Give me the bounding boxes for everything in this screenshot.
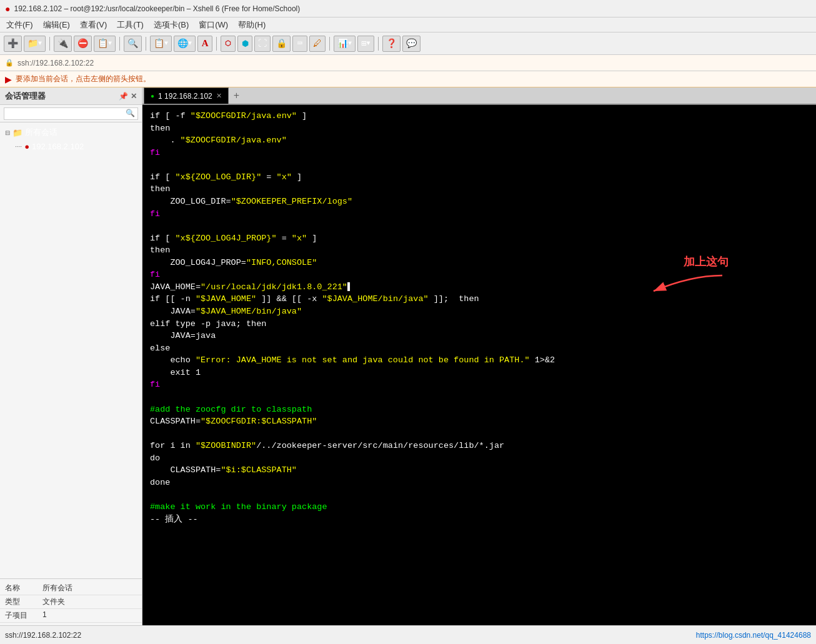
host-label: 192.168.2.102 — [32, 142, 84, 151]
code-line-29: do — [150, 452, 809, 465]
menu-tab[interactable]: 选项卡(B) — [150, 18, 192, 32]
xftp-button[interactable]: ⬡ — [221, 36, 236, 52]
code-line-23: fi — [150, 379, 809, 391]
address-url: ssh://192.168.2.102:22 — [17, 59, 94, 67]
code-line-21: echo "Error: JAVA_HOME is not set and ja… — [150, 354, 809, 367]
annotation: 加上这句 — [641, 254, 729, 297]
font-button[interactable]: A — [197, 36, 212, 52]
code-line-33: #make it work in the binary package — [150, 501, 809, 513]
sidebar-header: 会话管理器 📌 ✕ — [0, 87, 142, 105]
tree-root[interactable]: ⊟ 📁 所有会话 — [0, 125, 142, 140]
code-line-18: elif type -p java; then — [150, 318, 809, 330]
log-button[interactable]: 📊▼ — [334, 36, 356, 52]
session-tree: ⊟ 📁 所有会话 ···· ● 192.168.2.102 — [0, 122, 142, 578]
prop-row-type: 类型 文件夹 — [0, 595, 142, 609]
quickcommand-button[interactable]: 🖊 — [309, 36, 326, 52]
status-bar: ssh://192.168.2.102:22 https://blog.csdn… — [0, 625, 816, 644]
prop-key-children: 子项目 — [5, 610, 42, 621]
menu-edit[interactable]: 编辑(E) — [39, 18, 74, 32]
transfer-button[interactable]: ⬢ — [237, 36, 252, 52]
notification-text: 要添加当前会话，点击左侧的箭头按钮。 — [16, 74, 151, 84]
feedback-button[interactable]: 💬 — [402, 36, 420, 52]
separator-1 — [49, 37, 50, 51]
main-layout: 会话管理器 📌 ✕ 🔍 ⊟ 📁 所有会话 ···· ● 192.168.2.10… — [0, 87, 816, 625]
fullscreen-button[interactable]: ⛶ — [254, 36, 271, 52]
search-icon: 🔍 — [126, 109, 135, 118]
code-line-32 — [150, 488, 809, 501]
code-line-20: else — [150, 342, 809, 355]
add-tab-button[interactable]: + — [229, 87, 244, 104]
code-line-8: ZOO_LOG_DIR="$ZOOKEEPER_PREFIX/logs" — [150, 196, 809, 208]
close-sidebar-icon[interactable]: ✕ — [131, 92, 137, 101]
code-line-17: JAVA="$JAVA_HOME/bin/java" — [150, 305, 809, 318]
lock-button[interactable]: 🔒 — [272, 36, 291, 52]
code-line-26: CLASSPATH="$ZOOCFGDIR:$CLASSPATH" — [150, 415, 809, 428]
code-line-22: exit 1 — [150, 367, 809, 379]
new-session-button[interactable]: ➕ — [4, 36, 22, 52]
prop-val-name: 所有会话 — [42, 583, 72, 593]
content-pane: ● 1 192.168.2.102 ✕ + 加上这句 — [142, 87, 816, 625]
find-button[interactable]: 🔍 — [124, 36, 142, 52]
code-line-2: then — [150, 122, 809, 135]
menu-view[interactable]: 查看(V) — [76, 18, 111, 32]
tab-session-1[interactable]: ● 1 192.168.2.102 ✕ — [144, 87, 229, 104]
code-line-25: #add the zoocfg dir to classpath — [150, 404, 809, 416]
code-line-31: done — [150, 477, 809, 489]
sidebar-title: 会话管理器 — [5, 91, 46, 102]
prop-key-name: 名称 — [5, 583, 42, 593]
tab-status-dot: ● — [151, 92, 154, 99]
menu-bar: 文件(F) 编辑(E) 查看(V) 工具(T) 选项卡(B) 窗口(W) 帮助(… — [0, 17, 816, 32]
layout-button[interactable]: ⊞▼ — [357, 36, 374, 52]
pin-icon[interactable]: 📌 — [119, 92, 128, 101]
terminal[interactable]: 加上这句 if [ -f "$ZOOCFGDIR/java.env" ] the… — [142, 105, 816, 625]
help-button[interactable]: ❓ — [382, 36, 401, 52]
connect-button[interactable]: 🔌 — [54, 36, 72, 52]
search-input[interactable] — [4, 107, 138, 120]
separator-4 — [216, 37, 217, 51]
tree-host-item[interactable]: ···· ● 192.168.2.102 — [10, 140, 142, 153]
code-line-19: JAVA=java — [150, 330, 809, 342]
root-label: 所有会话 — [25, 127, 57, 138]
keyboard-button[interactable]: ⌨ — [292, 36, 307, 52]
separator-2 — [119, 37, 120, 51]
separator-3 — [146, 37, 146, 51]
menu-tools[interactable]: 工具(T) — [113, 18, 147, 32]
menu-help[interactable]: 帮助(H) — [234, 18, 269, 32]
sidebar-header-icons: 📌 ✕ — [119, 92, 137, 101]
window-title: 192.168.2.102 – root@192:/usr/local/zook… — [14, 4, 300, 13]
code-line-24 — [150, 391, 809, 404]
annotation-arrow-svg — [641, 272, 729, 297]
code-line-5 — [150, 159, 809, 171]
open-button[interactable]: 📁▼ — [24, 36, 46, 52]
code-line-30: CLASSPATH="$i:$CLASSPATH" — [150, 464, 809, 477]
toolbar: ➕ 📁▼ 🔌 ⛔ 📋▼ 🔍 📋▼ 🌐▼ A ⬡ ⬢ ⛶ 🔒 ⌨ 🖊 📊▼ ⊞▼ … — [0, 32, 816, 55]
code-line-28: for i in "$ZOOBINDIR"/../zookeeper-serve… — [150, 440, 809, 452]
folder-icon: 📁 — [12, 128, 22, 137]
properties-panel: 名称 所有会话 类型 文件夹 子项目 1 — [0, 578, 142, 625]
status-right: https://blog.csdn.net/qq_41424688 — [696, 631, 811, 640]
code-line-11: if [ "x${ZOO_LOG4J_PROP}" = "x" ] — [150, 232, 809, 245]
compose-button[interactable]: 📋▼ — [150, 36, 172, 52]
code-line-27 — [150, 428, 809, 440]
disconnect-button[interactable]: ⛔ — [74, 36, 92, 52]
tab-close-icon[interactable]: ✕ — [216, 92, 222, 100]
code-line-6: if [ "x${ZOO_LOG_DIR}" = "x" ] — [150, 171, 809, 184]
notification-bar: ▶ 要添加当前会话，点击左侧的箭头按钮。 — [0, 71, 816, 87]
menu-window[interactable]: 窗口(W) — [195, 18, 232, 32]
sidebar-search: 🔍 — [0, 105, 142, 122]
host-icon-dots: ···· — [15, 143, 22, 150]
lock-icon: 🔒 — [5, 59, 14, 67]
code-line-4: fi — [150, 147, 809, 159]
notif-arrow-icon: ▶ — [5, 74, 12, 84]
prop-val-type: 文件夹 — [42, 597, 65, 607]
code-line-9: fi — [150, 208, 809, 220]
separator-6 — [378, 37, 379, 51]
code-line-7: then — [150, 183, 809, 196]
globe-button[interactable]: 🌐▼ — [174, 36, 196, 52]
code-line-10 — [150, 220, 809, 232]
tab-label: 1 192.168.2.102 — [158, 92, 212, 101]
menu-file[interactable]: 文件(F) — [2, 18, 37, 32]
session-properties-button[interactable]: 📋▼ — [94, 36, 116, 52]
collapse-icon: ⊟ — [5, 129, 10, 136]
app-icon: ● — [5, 4, 10, 14]
